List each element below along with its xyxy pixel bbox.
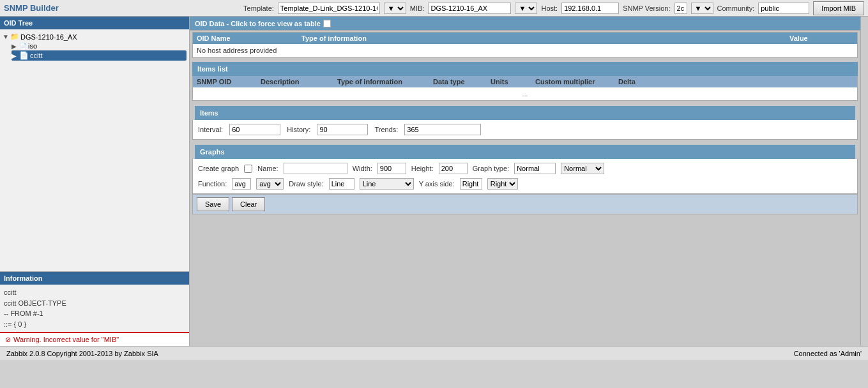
table-icon[interactable] <box>323 20 331 27</box>
function-input[interactable] <box>232 178 251 190</box>
snmp-version-label: SNMP Version: <box>623 4 670 12</box>
ellipsis: ... <box>522 90 528 98</box>
col-type-info: Type of information <box>301 34 787 42</box>
clear-button[interactable]: Clear <box>232 197 265 211</box>
graphs-row2: Function: avg min max sum Draw style: Li… <box>198 178 852 190</box>
community-input[interactable] <box>758 3 809 14</box>
save-button[interactable]: Save <box>197 197 229 211</box>
col-oid-name: OID Name <box>197 34 299 42</box>
oid-data-header[interactable]: OID Data - Click to force view as table <box>190 17 860 31</box>
col-data-type: Data type <box>433 78 491 86</box>
y-axis-select[interactable]: Left Right <box>487 178 518 190</box>
items-section-header: Items <box>195 106 855 120</box>
host-label: Host: <box>541 4 558 12</box>
items-list-table: SNMP OID Description Type of information… <box>192 76 858 101</box>
mib-input[interactable] <box>428 3 511 14</box>
trends-label: Trends: <box>374 126 398 133</box>
col-type-information: Type of information <box>337 78 433 86</box>
col-units: Units <box>491 78 535 86</box>
items-list-columns: SNMP OID Description Type of information… <box>193 76 857 87</box>
items-body: Interval: History: Trends: <box>192 120 858 140</box>
community-label: Community: <box>717 4 755 12</box>
col-custom-multiplier: Custom multiplier <box>535 78 618 86</box>
scrollbar[interactable] <box>860 17 868 346</box>
col-delta: Delta <box>618 78 657 86</box>
warning-icon: ⊘ <box>5 336 11 344</box>
width-label: Width: <box>353 165 372 172</box>
draw-style-select[interactable]: Line Filled region Bold line Dot Dashed … <box>360 178 414 190</box>
host-input[interactable] <box>561 3 619 14</box>
items-list-title: Items list <box>197 65 228 73</box>
draw-style-input[interactable] <box>329 178 354 190</box>
doc-icon-iso: 📄 <box>19 43 27 50</box>
name-label: Name: <box>257 165 278 172</box>
items-list-body: ... <box>193 87 857 100</box>
graphs-body: Create graph Name: Width: Height: Graph … <box>192 159 858 194</box>
oid-data-title: OID Data - Click to force view as table <box>195 20 321 27</box>
function-label: Function: <box>198 180 227 188</box>
graph-type-select[interactable]: Normal Stacked Pie Exploded <box>561 163 604 174</box>
draw-style-label: Draw style: <box>289 180 323 188</box>
col-value: Value <box>789 34 853 42</box>
graphs-title: Graphs <box>200 148 225 156</box>
no-host-message: No host address provided <box>193 44 857 57</box>
information-header: Information <box>0 272 189 285</box>
doc-icon-ccitt: 📄 <box>19 51 29 60</box>
top-bar: SNMP Builder Template: ▼ MIB: ▼ Host: SN… <box>0 0 868 17</box>
import-mib-button[interactable]: Import MIB <box>813 1 864 15</box>
function-select[interactable]: avg min max sum <box>256 178 284 190</box>
oid-table-header: OID Name Type of information Value <box>193 33 857 44</box>
col-description: Description <box>261 78 337 86</box>
graphs-row1: Create graph Name: Width: Height: Graph … <box>198 163 852 174</box>
folder-icon: 📁 <box>10 33 19 41</box>
information-content: ccitt ccitt OBJECT-TYPE -- FROM #-1 ::= … <box>0 285 189 332</box>
create-graph-label: Create graph <box>198 165 239 172</box>
trends-input[interactable] <box>404 124 481 135</box>
history-label: History: <box>287 126 310 133</box>
interval-label: Interval: <box>198 126 223 133</box>
tree-item-ccitt[interactable]: ▶ 📄 ccitt <box>11 50 187 61</box>
tree-toggle-iso[interactable]: ▶ <box>11 43 18 50</box>
oid-tree-header: OID Tree <box>0 17 189 29</box>
interval-input[interactable] <box>229 124 280 135</box>
tree-label-ccitt: ccitt <box>30 52 43 59</box>
graphs-section-header: Graphs <box>195 145 855 159</box>
history-input[interactable] <box>317 124 368 135</box>
mib-select[interactable]: ▼ <box>515 3 537 14</box>
action-bar: Save Clear <box>192 194 858 214</box>
info-line-3: -- FROM #-1 <box>4 308 185 319</box>
items-list-header-bar: Items list <box>192 62 858 76</box>
template-input[interactable] <box>278 3 380 14</box>
tree-item-root[interactable]: ▼ 📁 DGS-1210-16_AX <box>3 32 187 41</box>
warning-text: Warning. Incorrect value for "MIB" <box>13 336 119 343</box>
y-axis-input[interactable] <box>460 178 482 190</box>
template-label: Template: <box>243 4 274 12</box>
snmp-version-select[interactable]: ▼ <box>691 3 713 14</box>
create-graph-checkbox[interactable] <box>244 165 252 173</box>
items-title: Items <box>200 109 218 117</box>
information-panel: Information ccitt ccitt OBJECT-TYPE -- F… <box>0 271 189 332</box>
oid-table-area: OID Name Type of information Value No ho… <box>192 32 858 58</box>
info-line-2: ccitt OBJECT-TYPE <box>4 298 185 309</box>
tree-item-iso[interactable]: ▶ 📄 iso <box>11 41 187 50</box>
graph-type-input[interactable] <box>514 163 556 174</box>
snmp-version-input[interactable] <box>674 3 687 14</box>
template-select[interactable]: ▼ <box>384 3 406 14</box>
y-axis-label: Y axis side: <box>419 180 455 188</box>
tree-toggle-ccitt[interactable]: ▶ <box>11 52 18 59</box>
height-label: Height: <box>411 165 434 172</box>
mib-label: MIB: <box>410 4 425 12</box>
footer: Zabbix 2.0.8 Copyright 2001-2013 by Zabb… <box>0 346 868 360</box>
height-input[interactable] <box>439 163 468 174</box>
width-input[interactable] <box>377 163 406 174</box>
oid-tree-content: ▼ 📁 DGS-1210-16_AX ▶ 📄 iso ▶ 📄 ccitt <box>0 29 189 271</box>
tree-toggle-root[interactable]: ▼ <box>3 33 9 40</box>
app-title: SNMP Builder <box>4 3 59 13</box>
warning-bar: ⊘ Warning. Incorrect value for "MIB" <box>0 332 189 346</box>
tree-label-root: DGS-1210-16_AX <box>20 33 77 41</box>
info-line-1: ccitt <box>4 287 185 298</box>
info-line-4: ::= { 0 } <box>4 319 185 330</box>
graph-name-input[interactable] <box>284 163 347 174</box>
tree-label-iso: iso <box>28 42 37 50</box>
footer-connected: Connected as 'Admin' <box>794 350 862 357</box>
